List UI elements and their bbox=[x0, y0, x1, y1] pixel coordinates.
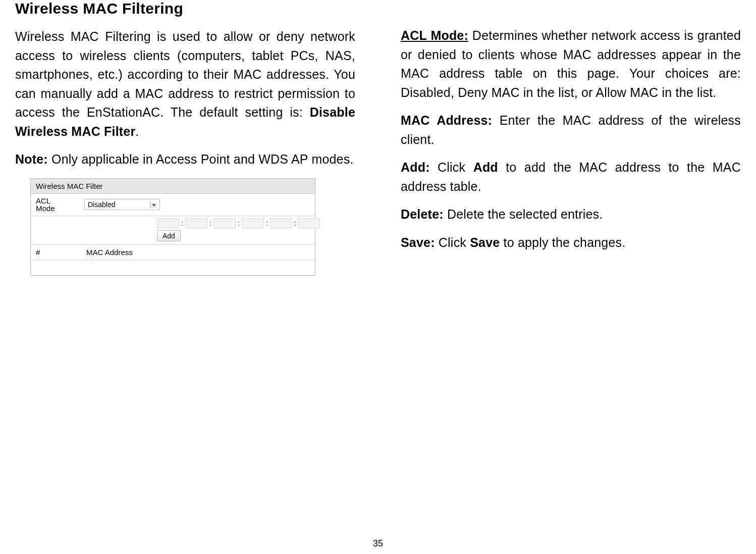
page: Wireless MAC Filtering Wireless MAC Filt… bbox=[0, 0, 756, 554]
mac-colon: : bbox=[180, 219, 184, 227]
acl-label-line1: ACL bbox=[36, 196, 50, 205]
mac-table-empty bbox=[31, 260, 315, 275]
add-paragraph: Add: Click Add to add the MAC address to… bbox=[401, 158, 741, 196]
acl-mode-select[interactable]: Disabled bbox=[84, 199, 160, 210]
mac-inputs: : : : : : bbox=[157, 218, 320, 228]
save-field-label: Save: bbox=[401, 235, 435, 249]
mac-address-field-label: MAC Address: bbox=[401, 113, 492, 127]
acl-mode-field-label: ACL Mode: bbox=[401, 28, 468, 42]
mac-colon: : bbox=[208, 219, 212, 227]
save-text-a: Click bbox=[435, 235, 470, 249]
mac-octet-3[interactable] bbox=[213, 218, 236, 228]
delete-paragraph: Delete: Delete the selected entries. bbox=[401, 205, 741, 224]
mac-octet-1[interactable] bbox=[157, 218, 179, 228]
two-column-layout: Wireless MAC Filtering Wireless MAC Filt… bbox=[15, 0, 741, 276]
delete-field-text: Delete the selected entries. bbox=[444, 207, 603, 221]
intro-text-a: Wireless MAC Filtering is used to allow … bbox=[15, 29, 355, 119]
mac-address-paragraph: MAC Address: Enter the MAC address of th… bbox=[401, 111, 741, 149]
intro-paragraph: Wireless MAC Filtering is used to allow … bbox=[15, 27, 355, 141]
mac-filter-figure: Wireless MAC Filter ACL Mode Disabled : … bbox=[30, 178, 315, 276]
section-title: Wireless MAC Filtering bbox=[15, 0, 355, 17]
page-number: 35 bbox=[0, 538, 756, 549]
left-column: Wireless MAC Filtering Wireless MAC Filt… bbox=[15, 0, 355, 276]
note-paragraph: Note: Only applicable in Access Point an… bbox=[15, 150, 355, 169]
add-bold-word: Add bbox=[473, 160, 498, 174]
mac-octet-2[interactable] bbox=[185, 218, 207, 228]
delete-field-label: Delete: bbox=[401, 207, 444, 221]
acl-label-line2: Mode bbox=[36, 204, 55, 213]
th-number: # bbox=[31, 245, 81, 260]
mac-table-header: # MAC Address bbox=[31, 245, 315, 260]
mac-entry-row: : : : : : Add bbox=[31, 216, 315, 245]
mac-colon: : bbox=[237, 219, 241, 227]
add-text-a: Click bbox=[430, 160, 473, 174]
mac-octet-4[interactable] bbox=[242, 218, 264, 228]
acl-mode-label: ACL Mode bbox=[31, 194, 81, 216]
acl-mode-paragraph: ACL Mode: Determines whether network acc… bbox=[401, 26, 741, 102]
acl-mode-control: Disabled bbox=[81, 197, 163, 212]
mac-octet-5[interactable] bbox=[270, 218, 292, 228]
save-paragraph: Save: Click Save to apply the changes. bbox=[401, 233, 741, 253]
figure-header: Wireless MAC Filter bbox=[31, 179, 315, 194]
mac-colon: : bbox=[293, 219, 297, 227]
add-field-label: Add: bbox=[401, 160, 430, 174]
note-label: Note: bbox=[15, 152, 48, 166]
th-mac-address: MAC Address bbox=[81, 245, 138, 260]
right-column: ACL Mode: Determines whether network acc… bbox=[401, 0, 741, 276]
mac-octet-6[interactable] bbox=[298, 218, 320, 228]
save-bold-word: Save bbox=[470, 235, 500, 249]
mac-colon: : bbox=[265, 219, 269, 227]
note-text: Only applicable in Access Point and WDS … bbox=[48, 152, 354, 166]
acl-mode-row: ACL Mode Disabled bbox=[31, 194, 315, 217]
add-button[interactable]: Add bbox=[157, 230, 181, 241]
intro-text-c: . bbox=[135, 124, 139, 138]
save-text-b: to apply the changes. bbox=[500, 235, 625, 249]
